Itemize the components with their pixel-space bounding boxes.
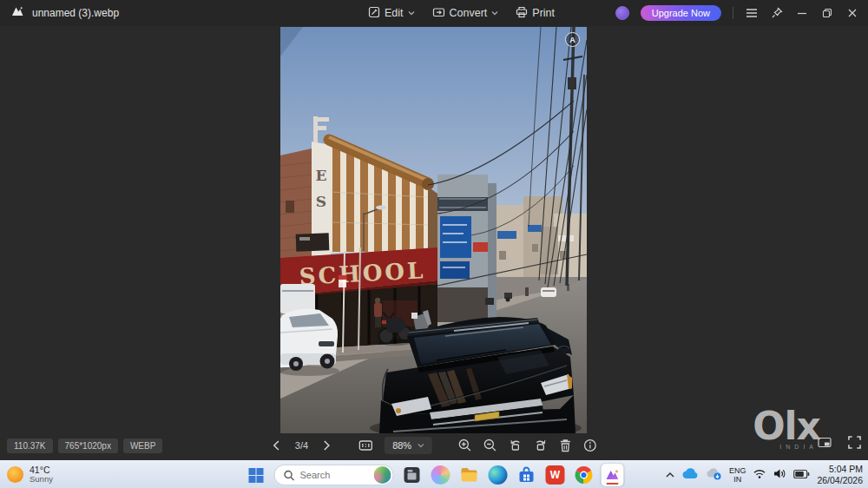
zoom-out-button[interactable] — [483, 439, 497, 452]
screen: unnamed (3).webp Edit Convert — [0, 0, 868, 488]
edge-icon — [489, 465, 508, 485]
taskbar: 41°C Sunny — [0, 460, 868, 488]
close-button[interactable] — [845, 6, 859, 20]
building-letter-e: E — [316, 167, 327, 184]
onedrive-cloud-icon[interactable] — [682, 467, 699, 483]
format-badge: WEBP — [123, 439, 162, 453]
weather-cloud-icon[interactable] — [706, 467, 722, 484]
file-size-badge: 110.37K — [7, 439, 53, 453]
previous-image-button[interactable] — [271, 439, 283, 452]
battery-icon[interactable] — [793, 467, 810, 483]
language-indicator[interactable]: ENG IN — [729, 466, 746, 485]
titlebar: unnamed (3).webp Edit Convert — [0, 0, 868, 26]
chevron-down-icon — [408, 10, 415, 16]
taskbar-icon-copilot[interactable] — [430, 464, 452, 486]
system-tray: ENG IN 5:04 PM 26/04/2026 — [665, 461, 863, 488]
sun-icon — [7, 466, 23, 483]
tray-date: 26/04/2026 — [817, 475, 863, 486]
tray-time: 5:04 PM — [817, 464, 863, 475]
windows-logo-icon — [247, 467, 264, 484]
mini-player-icon[interactable] — [818, 436, 832, 452]
taskbar-icon-photo-viewer-active[interactable] — [602, 464, 624, 486]
minimize-button[interactable] — [795, 6, 809, 20]
convert-icon — [432, 6, 445, 21]
copilot-icon — [431, 465, 450, 485]
zoom-in-button[interactable] — [458, 439, 472, 452]
zoom-level-value: 88% — [392, 440, 411, 451]
info-button[interactable] — [583, 439, 597, 452]
chevron-down-icon — [491, 10, 498, 16]
store-icon — [517, 465, 536, 485]
fit-to-screen-button[interactable] — [358, 439, 373, 452]
dimensions-badge: 765*1020px — [58, 439, 118, 453]
taskbar-icon-edge[interactable] — [487, 464, 510, 486]
folder-icon — [460, 465, 479, 485]
start-button[interactable] — [245, 464, 267, 486]
olx-region-label: INDIA — [753, 445, 820, 450]
rotate-left-button[interactable] — [509, 439, 523, 452]
volume-icon[interactable] — [773, 467, 786, 483]
delete-button[interactable] — [559, 439, 572, 452]
fullscreen-icon[interactable] — [848, 436, 861, 452]
upgrade-now-button[interactable]: Upgrade Now — [641, 5, 721, 21]
rotate-right-button[interactable] — [534, 439, 548, 452]
tray-chevron-up-icon[interactable] — [665, 467, 675, 483]
user-avatar[interactable] — [615, 6, 629, 20]
print-button[interactable]: Print — [516, 6, 555, 21]
clock[interactable]: 5:04 PM 26/04/2026 — [817, 464, 863, 486]
wifi-icon[interactable] — [753, 467, 766, 483]
viewer-toolbar: 3/4 88% — [271, 436, 597, 455]
viewer-canvas: E S — [0, 26, 868, 460]
print-label: Print — [532, 7, 555, 19]
taskbar-icon-wps-office[interactable]: W — [544, 464, 567, 486]
weather-condition: Sunny — [30, 475, 53, 485]
taskbar-icon-microsoft-store[interactable] — [516, 464, 538, 486]
weather-widget[interactable]: 41°C Sunny — [7, 465, 53, 485]
olx-logo: Olx — [753, 410, 820, 442]
zoom-level-dropdown[interactable]: 88% — [385, 437, 432, 454]
convert-label: Convert — [450, 7, 488, 19]
app-logo-icon — [10, 4, 24, 22]
photo-street-scene[interactable]: E S — [280, 27, 587, 433]
taskbar-icon-file-explorer[interactable] — [458, 464, 481, 486]
ai-corner-badge[interactable]: A — [565, 32, 580, 47]
edit-icon — [368, 6, 380, 21]
titlebar-divider — [733, 7, 733, 19]
photo-viewer-logo-icon — [604, 466, 621, 484]
chrome-icon — [575, 465, 594, 485]
photo-artwork: E S — [280, 27, 587, 433]
window-title: unnamed (3).webp — [32, 7, 119, 19]
taskbar-icon-chrome[interactable] — [573, 464, 595, 486]
edit-label: Edit — [385, 7, 404, 19]
hamburger-menu-icon[interactable] — [745, 6, 759, 20]
file-info-badges: 110.37K 765*1020px WEBP — [7, 439, 162, 453]
building-letter-s: S — [316, 193, 326, 210]
search-icon — [284, 470, 295, 481]
convert-menu-button[interactable]: Convert — [432, 6, 499, 21]
active-app-underline — [607, 483, 619, 485]
chevron-down-icon — [418, 443, 424, 448]
restore-button[interactable] — [820, 6, 834, 20]
taskbar-search[interactable] — [274, 465, 394, 485]
wps-icon: W — [546, 465, 565, 485]
search-input[interactable] — [300, 470, 368, 480]
search-daily-image — [374, 466, 391, 484]
print-icon — [516, 6, 528, 21]
pin-icon[interactable] — [770, 6, 784, 20]
edit-menu-button[interactable]: Edit — [368, 6, 415, 21]
taskbar-icon-task-view[interactable] — [401, 464, 424, 486]
olx-watermark: Olx INDIA — [753, 410, 820, 450]
page-indicator: 3/4 — [295, 440, 308, 451]
next-image-button[interactable] — [320, 439, 332, 452]
